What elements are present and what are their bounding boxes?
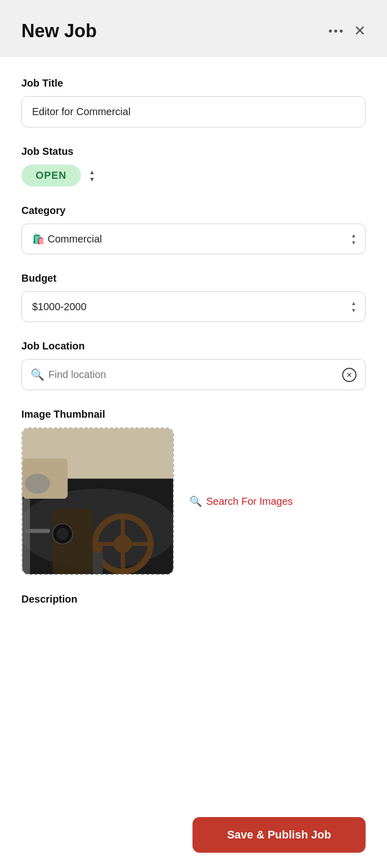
location-wrapper: 🔍 ✕	[21, 359, 366, 390]
bottom-bar: Save & Publish Job	[0, 807, 387, 868]
status-row: OPEN ▲ ▼	[21, 165, 366, 186]
svg-point-5	[114, 535, 132, 553]
arrow-up-icon[interactable]: ▲	[89, 169, 95, 175]
job-title-input[interactable]	[21, 96, 366, 127]
thumbnail-row: 🔍 Search For Images	[21, 427, 366, 575]
category-label: Category	[21, 205, 366, 216]
job-status-section: Job Status OPEN ▲ ▼	[21, 146, 366, 186]
description-section: Description	[21, 593, 366, 612]
category-select-wrapper: 🛍️ Commercial Film Photography Music ▲ ▼	[21, 224, 366, 254]
category-section: Category 🛍️ Commercial Film Photography …	[21, 205, 366, 254]
form-content: Job Title Job Status OPEN ▲ ▼ Category 🛍…	[0, 57, 387, 868]
close-icon[interactable]: ✕	[354, 24, 366, 38]
search-images-button[interactable]: 🔍 Search For Images	[189, 495, 293, 507]
save-publish-button[interactable]: Save & Publish Job	[192, 817, 366, 853]
category-select[interactable]: 🛍️ Commercial Film Photography Music	[21, 224, 366, 254]
job-title-label: Job Title	[21, 77, 366, 89]
car-interior-image	[22, 428, 173, 574]
search-images-icon: 🔍	[189, 495, 202, 507]
svg-point-16	[57, 528, 69, 540]
budget-select-wrapper: $1000-2000 $500-1000 $2000-5000 $5000+ ▲…	[21, 291, 366, 322]
location-input[interactable]	[21, 359, 366, 390]
header-actions: ••• ✕	[328, 24, 366, 38]
budget-section: Budget $1000-2000 $500-1000 $2000-5000 $…	[21, 273, 366, 322]
page-title: New Job	[21, 20, 97, 42]
svg-point-18	[93, 543, 103, 553]
job-location-section: Job Location 🔍 ✕	[21, 340, 366, 390]
budget-select[interactable]: $1000-2000 $500-1000 $2000-5000 $5000+	[21, 291, 366, 322]
thumbnail-image-wrapper[interactable]	[21, 427, 174, 575]
location-clear-icon[interactable]: ✕	[342, 368, 356, 382]
job-status-label: Job Status	[21, 146, 366, 157]
svg-rect-12	[22, 499, 30, 574]
search-images-label: Search For Images	[206, 496, 293, 507]
image-thumbnail-section: Image Thumbnail	[21, 409, 366, 575]
image-thumbnail-label: Image Thumbnail	[21, 409, 366, 420]
svg-rect-13	[25, 529, 50, 533]
job-location-label: Job Location	[21, 340, 366, 352]
description-label: Description	[21, 593, 366, 605]
budget-label: Budget	[21, 273, 366, 284]
location-search-icon: 🔍	[31, 368, 44, 382]
svg-point-11	[25, 474, 50, 494]
job-title-section: Job Title	[21, 77, 366, 127]
status-badge: OPEN	[21, 165, 81, 186]
arrow-down-icon[interactable]: ▼	[89, 176, 95, 182]
status-stepper[interactable]: ▲ ▼	[89, 169, 95, 182]
header: New Job ••• ✕	[0, 0, 387, 57]
more-options-icon[interactable]: •••	[328, 24, 345, 38]
